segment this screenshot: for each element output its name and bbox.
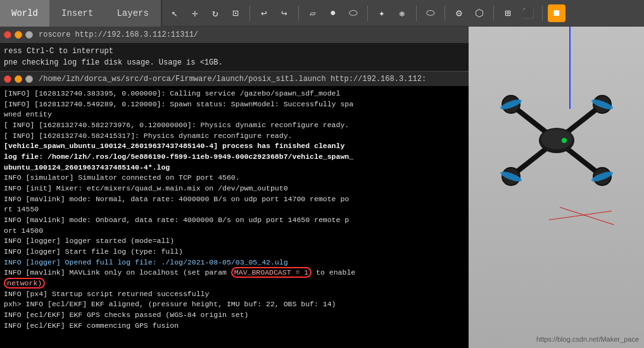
watermark: https://blog.csdn.net/Maker_pace	[536, 335, 639, 343]
terminal-line-13: ort 14500	[4, 226, 465, 237]
svg-point-5	[541, 129, 572, 149]
main-terminal: /home/lzh/dorca_ws/src/d-orca/Firmware/l…	[0, 71, 469, 348]
toolbar-icons: ↖ ✛ ↻ ⊡ ↩ ↪ ▱ ● ⬭ ✦ ❋ ⬭ ⚙ ⬡ ⊞ ⬛ ■	[162, 4, 569, 22]
roscore-content: ress Ctrl-C to interrupt pne checking lo…	[0, 43, 469, 71]
terminal-line-12: INFO [mavlink] mode: Onboard, data rate:…	[4, 215, 465, 226]
terminal-line-4: [ INFO] [1628132740.582415317]: Physics …	[4, 131, 465, 142]
point-light-icon[interactable]: ❋	[393, 4, 411, 22]
terminal-line-22: INFO [ecl/EKF] EKF commencing GPS fusion	[4, 321, 465, 332]
terminal-line-8: INFO [simulator] Simulator connected on …	[4, 173, 465, 183]
active-tool-icon[interactable]: ■	[548, 4, 565, 22]
roscore-line-1: ress Ctrl-C to interrupt	[4, 46, 465, 57]
terminal-line-5: [vehicle_spawn_ubuntu_100124_26019637437…	[4, 141, 465, 152]
roscore-title: roscore http://192.168.3.112:11311/	[39, 30, 198, 39]
svg-point-14	[562, 138, 567, 143]
undo-icon[interactable]: ↩	[255, 4, 273, 22]
terminal-line-21: INFO [ecl/EKF] EKF GPS checks passed (WG…	[4, 310, 465, 321]
tab-layers[interactable]: Layers	[105, 0, 160, 27]
maximize-btn-terminal2[interactable]	[25, 75, 33, 83]
toolbar-sep-7	[542, 6, 543, 21]
tab-insert[interactable]: Insert	[50, 0, 105, 27]
rotate-icon[interactable]: ↻	[206, 4, 224, 22]
terminal-line-6: log file: /home/lzh/.ros/log/5e886190-f5…	[4, 152, 465, 163]
toolbar: World Insert Layers ↖ ✛ ↻ ⊡ ↩ ↪ ▱ ● ⬭ ✦ …	[0, 0, 644, 27]
roscore-line-2: pne checking log file disk usage. Usage …	[4, 57, 465, 68]
terminal-line-15: INFO [logger] Start file log (type: full…	[4, 247, 465, 258]
toolbar-sep-2	[298, 6, 299, 21]
toolbar-sep-3	[367, 6, 368, 21]
overlay-icon[interactable]: ⊞	[499, 4, 517, 22]
main-area: roscore http://192.168.3.112:11311/ ress…	[0, 27, 644, 348]
minimize-btn-roscore[interactable]	[15, 31, 22, 39]
terminal-line-3: [ INFO] [1628132740.582273976, 0.1200000…	[4, 120, 465, 131]
terminal-line-7: ubuntu_100124_26019637437485140-4*.log	[4, 163, 465, 173]
plugins-icon[interactable]: ⬡	[470, 4, 488, 22]
terminal-line-9: INFO [init] Mixer: etc/mixers/quad_w.mai…	[4, 183, 465, 194]
camera-icon[interactable]: ⬭	[422, 4, 439, 22]
terminal2-titlebar: /home/lzh/dorca_ws/src/d-orca/Firmware/l…	[0, 71, 469, 86]
toolbar-sep-5	[445, 6, 445, 21]
physics-icon[interactable]: ⚙	[450, 4, 468, 22]
terminal-line-17: INFO [mavlink] MAVLink only on localhost…	[4, 268, 465, 278]
sphere-icon[interactable]: ●	[324, 4, 342, 22]
3d-viewport[interactable]: https://blog.csdn.net/Maker_pace	[469, 27, 644, 348]
terminal-line-10: INFO [mavlink] mode: Normal, data rate: …	[4, 194, 465, 205]
terminal-line-18: network)	[4, 278, 465, 289]
tab-group: World Insert Layers	[0, 0, 161, 27]
roscore-titlebar: roscore http://192.168.3.112:11311/	[0, 27, 469, 43]
terminal-line-19: INFO [px4] Startup script returned succe…	[4, 289, 465, 300]
terminal-line-1: [INFO] [1628132740.549289, 0.120000]: Sp…	[4, 99, 465, 110]
box-icon[interactable]: ▱	[304, 4, 322, 22]
tab-insert-label: Insert	[61, 8, 93, 18]
close-btn-roscore[interactable]	[4, 31, 11, 39]
move-icon[interactable]: ✛	[186, 4, 204, 22]
toolbar-sep-1	[249, 6, 250, 21]
cylinder-icon[interactable]: ⬭	[344, 4, 362, 22]
light-icon[interactable]: ✦	[373, 4, 391, 22]
tab-world[interactable]: World	[0, 0, 50, 27]
terminal2-content: [INFO] [1628132740.383395, 0.000000]: Ca…	[0, 86, 469, 348]
tab-layers-label: Layers	[117, 8, 148, 18]
terminal-line-11: rt 14550	[4, 204, 465, 215]
terminal-line-16: INFO [logger] Opened full log file: ./lo…	[4, 258, 465, 268]
terminal2-title: /home/lzh/dorca_ws/src/d-orca/Firmware/l…	[39, 75, 426, 84]
toolbar-sep-6	[493, 6, 494, 21]
scale-icon[interactable]: ⊡	[227, 4, 244, 22]
terminal-line-2: wned entity	[4, 109, 465, 120]
toolbar-sep-4	[416, 6, 417, 21]
maximize-btn-roscore[interactable]	[25, 31, 33, 39]
terminal-line-20: pxh> INFO [ecl/EKF] EKF aligned, (pressu…	[4, 299, 465, 310]
drone-svg	[493, 77, 620, 204]
terminal-line-0: [INFO] [1628132740.383395, 0.000000]: Ca…	[4, 89, 465, 99]
cursor-icon[interactable]: ↖	[166, 4, 184, 22]
close-btn-terminal2[interactable]	[4, 75, 11, 83]
minimize-btn-terminal2[interactable]	[15, 75, 22, 83]
record-icon[interactable]: ⬛	[519, 4, 537, 22]
redo-icon[interactable]: ↪	[275, 4, 293, 22]
tab-world-label: World	[11, 8, 38, 18]
terminal-panel: roscore http://192.168.3.112:11311/ ress…	[0, 27, 469, 348]
terminal-line-14: INFO [logger] logger started (mode=all)	[4, 236, 465, 247]
